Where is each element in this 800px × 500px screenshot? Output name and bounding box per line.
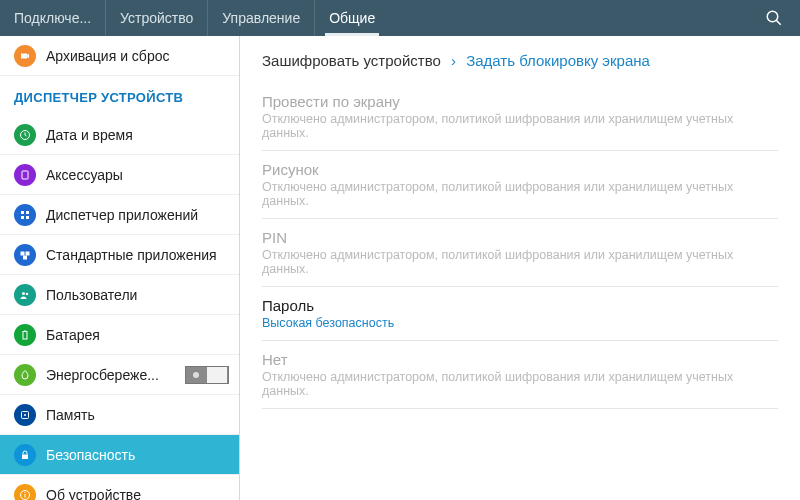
option-title: PIN bbox=[262, 229, 778, 246]
svg-point-16 bbox=[24, 414, 26, 416]
sidebar-item-date-time[interactable]: Дата и время bbox=[0, 115, 239, 155]
option-title: Провести по экрану bbox=[262, 93, 778, 110]
breadcrumb-current: Задать блокировку экрана bbox=[466, 52, 650, 69]
sidebar-item-power-saving[interactable]: Энергосбереже... bbox=[0, 355, 239, 395]
default-apps-icon bbox=[14, 244, 36, 266]
sidebar-item-label: Стандартные приложения bbox=[46, 247, 229, 263]
lock-option-swipe: Провести по экрану Отключено администрат… bbox=[262, 83, 778, 151]
svg-point-12 bbox=[26, 292, 29, 295]
svg-rect-10 bbox=[23, 255, 27, 259]
option-subtitle: Высокая безопасность bbox=[262, 316, 778, 330]
svg-rect-4 bbox=[21, 211, 24, 214]
breadcrumb-root[interactable]: Зашифровать устройство bbox=[262, 52, 441, 69]
storage-icon bbox=[14, 404, 36, 426]
sidebar-item-label: Безопасность bbox=[46, 447, 229, 463]
sidebar-item-label: Батарея bbox=[46, 327, 229, 343]
lock-option-none: Нет Отключено администратором, политикой… bbox=[262, 341, 778, 409]
svg-rect-8 bbox=[21, 251, 25, 255]
sidebar-item-storage[interactable]: Память bbox=[0, 395, 239, 435]
svg-rect-9 bbox=[26, 251, 30, 255]
tab-device[interactable]: Устройство bbox=[106, 0, 208, 36]
option-title: Пароль bbox=[262, 297, 778, 314]
sidebar-item-label: Об устройстве bbox=[46, 487, 229, 501]
lock-icon bbox=[14, 444, 36, 466]
sidebar-item-accessories[interactable]: Аксессуары bbox=[0, 155, 239, 195]
sidebar-item-label: Энергосбереже... bbox=[46, 367, 175, 383]
sidebar-item-label: Аксессуары bbox=[46, 167, 229, 183]
search-icon[interactable] bbox=[756, 9, 792, 27]
lock-option-pin: PIN Отключено администратором, политикой… bbox=[262, 219, 778, 287]
svg-rect-13 bbox=[23, 331, 27, 339]
breadcrumb: Зашифровать устройство › Задать блокиров… bbox=[262, 52, 778, 69]
sidebar: Архивация и сброс ДИСПЕТЧЕР УСТРОЙСТВ Да… bbox=[0, 36, 240, 500]
svg-point-0 bbox=[767, 11, 778, 22]
lock-option-pattern: Рисунок Отключено администратором, полит… bbox=[262, 151, 778, 219]
apps-grid-icon bbox=[14, 204, 36, 226]
sidebar-item-label: Архивация и сброс bbox=[46, 48, 229, 64]
svg-rect-7 bbox=[26, 216, 29, 219]
tab-general[interactable]: Общие bbox=[315, 0, 389, 36]
battery-icon bbox=[14, 324, 36, 346]
sidebar-item-users[interactable]: Пользователи bbox=[0, 275, 239, 315]
sidebar-item-label: Память bbox=[46, 407, 229, 423]
svg-rect-20 bbox=[25, 492, 26, 493]
power-saving-icon bbox=[14, 364, 36, 386]
lock-option-password[interactable]: Пароль Высокая безопасность bbox=[262, 287, 778, 341]
sidebar-item-app-manager[interactable]: Диспетчер приложений bbox=[0, 195, 239, 235]
svg-rect-14 bbox=[24, 330, 26, 331]
accessories-icon bbox=[14, 164, 36, 186]
header-tabs: Подключе... Устройство Управление Общие bbox=[0, 0, 389, 36]
svg-point-11 bbox=[22, 292, 25, 295]
sidebar-item-about-device[interactable]: Об устройстве bbox=[0, 475, 239, 500]
content-pane: Зашифровать устройство › Задать блокиров… bbox=[240, 36, 800, 500]
option-subtitle: Отключено администратором, политикой шиф… bbox=[262, 180, 778, 208]
sidebar-item-label: Диспетчер приложений bbox=[46, 207, 229, 223]
sidebar-section-title: ДИСПЕТЧЕР УСТРОЙСТВ bbox=[0, 76, 239, 115]
option-subtitle: Отключено администратором, политикой шиф… bbox=[262, 248, 778, 276]
svg-rect-6 bbox=[21, 216, 24, 219]
sidebar-item-battery[interactable]: Батарея bbox=[0, 315, 239, 355]
option-subtitle: Отключено администратором, политикой шиф… bbox=[262, 370, 778, 398]
chevron-right-icon: › bbox=[451, 52, 456, 69]
info-icon bbox=[14, 484, 36, 501]
svg-rect-19 bbox=[25, 494, 26, 498]
svg-rect-5 bbox=[26, 211, 29, 214]
clock-icon bbox=[14, 124, 36, 146]
header-bar: Подключе... Устройство Управление Общие bbox=[0, 0, 800, 36]
backup-reset-icon bbox=[14, 45, 36, 67]
tab-connections[interactable]: Подключе... bbox=[0, 0, 106, 36]
sidebar-item-backup-reset[interactable]: Архивация и сброс bbox=[0, 36, 239, 76]
svg-rect-3 bbox=[22, 171, 28, 179]
svg-line-1 bbox=[776, 20, 781, 25]
tab-management[interactable]: Управление bbox=[208, 0, 315, 36]
svg-rect-17 bbox=[22, 454, 28, 459]
users-icon bbox=[14, 284, 36, 306]
option-title: Рисунок bbox=[262, 161, 778, 178]
power-saving-toggle[interactable] bbox=[185, 366, 229, 384]
option-title: Нет bbox=[262, 351, 778, 368]
sidebar-item-default-apps[interactable]: Стандартные приложения bbox=[0, 235, 239, 275]
sidebar-item-label: Пользователи bbox=[46, 287, 229, 303]
sidebar-item-security[interactable]: Безопасность bbox=[0, 435, 239, 475]
option-subtitle: Отключено администратором, политикой шиф… bbox=[262, 112, 778, 140]
sidebar-item-label: Дата и время bbox=[46, 127, 229, 143]
